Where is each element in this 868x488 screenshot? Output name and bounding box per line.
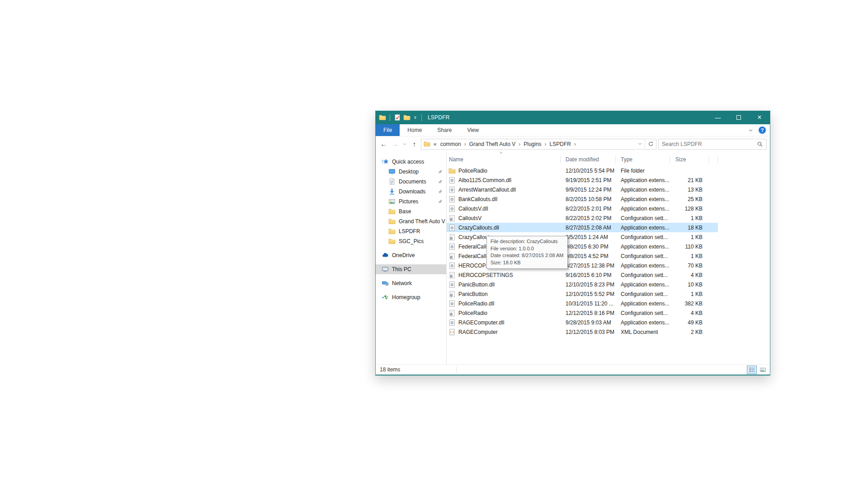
pin-icon bbox=[437, 189, 443, 195]
search-icon[interactable] bbox=[757, 141, 763, 147]
sidebar-item-label: Downloads bbox=[399, 188, 425, 195]
address-input[interactable]: « common›Grand Theft Auto V›Plugins›LSPD… bbox=[421, 139, 656, 150]
file-type: Configuration sett... bbox=[616, 310, 670, 316]
window-folder-icon bbox=[379, 114, 386, 121]
qat-customize-chevron-icon[interactable] bbox=[413, 115, 418, 120]
file-row-policeradio-dll[interactable]: PoliceRadio.dll 10/31/2015 11:20 ... App… bbox=[447, 299, 718, 308]
file-row-arrestwarrantcallout-dll[interactable]: ArrestWarrantCallout.dll 9/9/2015 12:24 … bbox=[447, 185, 718, 194]
tooltip-line: File description: CrazyCallouts bbox=[491, 238, 563, 245]
sidebar-item-lspdfr[interactable]: LSPDFR bbox=[376, 226, 446, 236]
address-dropdown-button[interactable] bbox=[635, 139, 645, 149]
file-name-cell: HEROCOPSETTINGS bbox=[447, 272, 561, 279]
back-icon: ← bbox=[380, 140, 387, 148]
file-type: Application extens... bbox=[616, 244, 670, 250]
titlebar[interactable]: LSPDFR — × bbox=[376, 111, 770, 124]
sidebar-item-pictures[interactable]: Pictures bbox=[376, 197, 446, 206]
forward-icon: → bbox=[392, 140, 398, 148]
dll-icon bbox=[448, 205, 456, 212]
file-row-calloutsv[interactable]: CalloutsV 8/22/2015 2:02 PM Configuratio… bbox=[447, 213, 718, 223]
breadcrumb: common›Grand Theft Auto V›Plugins›LSPDFR… bbox=[438, 141, 577, 147]
breadcrumb-separator[interactable]: › bbox=[544, 141, 547, 147]
up-icon: ↑ bbox=[413, 140, 416, 148]
tab-share[interactable]: Share bbox=[429, 124, 459, 136]
file-row-ragecomputer-dll[interactable]: RAGEComputer.dll 9/28/2015 9:03 AM Appli… bbox=[447, 318, 718, 327]
breadcrumb-item-lspdfr[interactable]: LSPDFR bbox=[547, 141, 573, 147]
file-size: 21 KB bbox=[670, 177, 709, 183]
back-button[interactable]: ← bbox=[378, 138, 389, 150]
file-date-modified: 12/12/2015 8:03 PM bbox=[561, 329, 616, 335]
column-header-size[interactable]: Size bbox=[670, 156, 709, 163]
file-row-calloutsv-dll[interactable]: CalloutsV.dll 8/22/2015 2:01 PM Applicat… bbox=[447, 204, 718, 213]
file-row-bankcallouts-dll[interactable]: BankCallouts.dll 8/2/2015 10:58 PM Appli… bbox=[447, 194, 718, 204]
column-header-name[interactable]: Name bbox=[447, 156, 561, 163]
sidebar-item-label: Quick access bbox=[392, 159, 424, 165]
file-name-cell: CrazyCallouts.dll bbox=[447, 224, 561, 231]
sidebar-item-homegroup[interactable]: Homegroup bbox=[376, 292, 446, 302]
sidebar-item-documents[interactable]: Documents bbox=[376, 177, 446, 187]
desktop-icon bbox=[388, 168, 396, 175]
file-name-cell: CalloutsV bbox=[447, 215, 561, 222]
sidebar-item-base[interactable]: Base bbox=[376, 206, 446, 216]
minimize-button[interactable]: — bbox=[708, 111, 728, 124]
expand-ribbon-chevron-icon[interactable] bbox=[748, 127, 754, 133]
tab-view[interactable]: View bbox=[459, 124, 486, 136]
tab-file[interactable]: File bbox=[376, 124, 400, 136]
breadcrumb-item-plugins[interactable]: Plugins bbox=[521, 141, 543, 147]
maximize-button[interactable] bbox=[728, 111, 749, 124]
file-type: Configuration sett... bbox=[616, 253, 670, 259]
sidebar-item-desktop[interactable]: Desktop bbox=[376, 167, 446, 177]
dll-icon bbox=[448, 196, 456, 203]
tooltip-line: Date created: 8/27/2015 2:08 AM bbox=[491, 252, 563, 259]
breadcrumb-overflow[interactable]: « bbox=[432, 141, 438, 147]
sidebar-item-network[interactable]: Network bbox=[376, 278, 446, 288]
breadcrumb-item-common[interactable]: common bbox=[438, 141, 463, 147]
file-name: HEROCOPSETTINGS bbox=[458, 272, 513, 278]
file-row-panicbutton-dll[interactable]: PanicButton.dll 12/10/2015 8:23 PM Appli… bbox=[447, 280, 718, 289]
breadcrumb-separator[interactable]: › bbox=[463, 141, 467, 147]
config-icon bbox=[448, 234, 456, 241]
file-type: Configuration sett... bbox=[616, 291, 670, 297]
sidebar-item-sgc-pics[interactable]: SGC_Pics bbox=[376, 236, 446, 246]
file-row-policeradio-folder[interactable]: PoliceRadio 12/10/2015 5:54 PM File fold… bbox=[447, 166, 718, 175]
file-row-panicbutton[interactable]: PanicButton 12/10/2015 5:52 PM Configura… bbox=[447, 289, 718, 299]
file-row-crazycallouts-dll[interactable]: CrazyCallouts.dll 8/27/2015 2:08 AM Appl… bbox=[447, 223, 718, 232]
sidebar-item-downloads[interactable]: Downloads bbox=[376, 187, 446, 197]
breadcrumb-separator[interactable]: › bbox=[573, 141, 577, 147]
column-headers: ^ Name Date modified Type Size bbox=[447, 155, 770, 164]
recent-locations-button[interactable] bbox=[401, 138, 409, 150]
window-title: LSPDFR bbox=[428, 114, 450, 121]
file-name-cell: RAGEComputer bbox=[447, 328, 561, 336]
file-date-modified: 9/9/2015 12:24 PM bbox=[561, 187, 616, 193]
sidebar-item-quick-access[interactable]: Quick access bbox=[376, 157, 446, 167]
search-input[interactable]: Search LSPDFR bbox=[658, 139, 767, 150]
up-button[interactable]: ↑ bbox=[409, 138, 420, 150]
sidebar-item-grand-theft-auto-v[interactable]: Grand Theft Auto V bbox=[376, 216, 446, 226]
sidebar-item-label: Network bbox=[392, 280, 412, 286]
file-type: Application extens... bbox=[616, 263, 670, 269]
tab-home[interactable]: Home bbox=[400, 124, 429, 136]
file-row-policeradio[interactable]: PoliceRadio 12/12/2015 8:16 PM Configura… bbox=[447, 308, 718, 318]
refresh-button[interactable] bbox=[645, 139, 656, 149]
sidebar-item-this-pc[interactable]: This PC bbox=[376, 264, 446, 274]
file-explorer-window: LSPDFR — × File Home Share View ? ← → ↑ … bbox=[375, 111, 770, 375]
forward-button[interactable]: → bbox=[389, 138, 401, 150]
sidebar-item-onedrive[interactable]: OneDrive bbox=[376, 250, 446, 260]
file-type: Application extens... bbox=[616, 187, 670, 193]
file-row-albo1125-common-dll[interactable]: Albo1125.Common.dll 9/19/2015 2:51 PM Ap… bbox=[447, 175, 718, 185]
breadcrumb-item-grand-theft-auto-v[interactable]: Grand Theft Auto V bbox=[467, 141, 518, 147]
help-button[interactable]: ? bbox=[759, 127, 766, 134]
details-view-button[interactable] bbox=[747, 366, 757, 374]
column-header-type[interactable]: Type bbox=[616, 156, 670, 163]
folder-icon bbox=[388, 218, 396, 225]
thumbnails-view-button[interactable] bbox=[758, 366, 768, 374]
breadcrumb-separator[interactable]: › bbox=[518, 141, 521, 147]
file-date-modified: 10/31/2015 11:20 ... bbox=[561, 300, 616, 307]
pin-icon bbox=[437, 199, 443, 205]
check-document-icon[interactable] bbox=[394, 114, 401, 121]
sidebar-item-label: Grand Theft Auto V bbox=[399, 218, 445, 225]
file-row-ragecomputer[interactable]: RAGEComputer 12/12/2015 8:03 PM XML Docu… bbox=[447, 327, 718, 337]
column-header-date-modified[interactable]: Date modified bbox=[561, 156, 616, 163]
close-button[interactable]: × bbox=[749, 111, 770, 124]
file-row-herocopsettings[interactable]: HEROCOPSETTINGS 9/16/2015 6:10 PM Config… bbox=[447, 270, 718, 280]
qat-folder-icon[interactable] bbox=[403, 114, 410, 121]
